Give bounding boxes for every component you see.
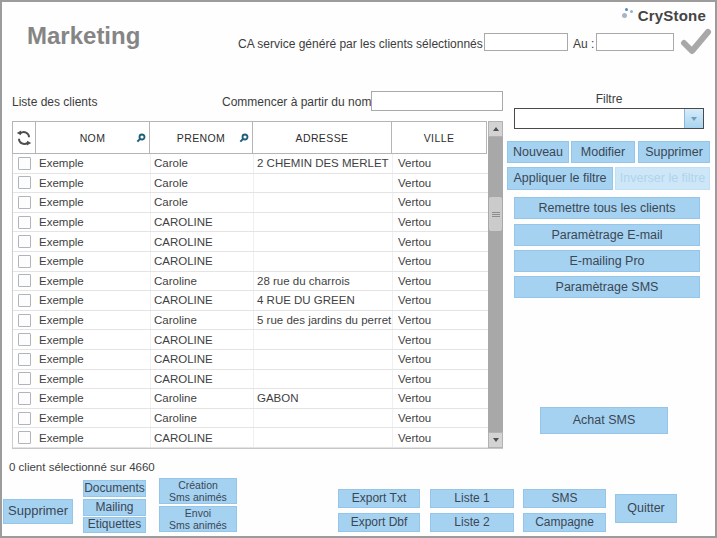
refresh-header-cell[interactable] [12,121,36,154]
parametrage-sms-button[interactable]: Paramètrage SMS [514,276,700,298]
export-dbf-button[interactable]: Export Dbf [338,513,420,532]
filter-combobox[interactable] [514,108,704,129]
refresh-icon[interactable] [15,129,33,147]
scroll-down-button[interactable] [488,432,503,448]
row-checkbox[interactable] [18,372,31,385]
cell-ville: Vertou [393,350,488,369]
cell-ville: Vertou [393,428,488,447]
sms-button[interactable]: SMS [523,489,606,508]
table-row[interactable]: Exemple CAROLINE Vertou [13,428,488,448]
row-checkbox[interactable] [18,216,31,229]
remettre-tous-les-clients-button[interactable]: Remettre tous les clients [514,197,700,219]
scrollbar-thumb[interactable] [489,197,502,231]
liste-1-button[interactable]: Liste 1 [430,489,514,508]
row-checkbox-cell [13,252,37,271]
mailing-button[interactable]: Mailing [83,499,146,516]
table-row[interactable]: Exemple Carole Vertou [13,193,488,213]
table-row[interactable]: Exemple CAROLINE Vertou [13,232,488,252]
emailing-pro-button[interactable]: E-mailing Pro [514,250,700,272]
table-row[interactable]: Exemple Carole 2 CHEMIN DES MERLET Verto… [13,154,488,174]
modifier-button[interactable]: Modifier [571,141,635,163]
table-row[interactable]: Exemple Caroline GABON Vertou [13,389,488,409]
checkmark-icon[interactable] [680,28,712,56]
cell-prenom: Caroline [151,311,254,330]
row-checkbox[interactable] [18,196,31,209]
cell-adresse [254,252,393,271]
row-checkbox[interactable] [18,274,31,287]
row-checkbox[interactable] [18,255,31,268]
inverser-le-filtre-button[interactable]: Inverser le filtre [615,167,710,190]
column-header-ville[interactable]: VILLE [392,121,487,154]
search-icon[interactable] [239,133,249,143]
parametrage-email-button[interactable]: Paramètrage E-mail [514,224,700,246]
documents-button[interactable]: Documents [83,480,146,497]
table-row[interactable]: Exemple Carole Vertou [13,174,488,194]
cell-ville: Vertou [393,154,488,173]
scroll-up-button[interactable] [488,121,503,137]
table-row[interactable]: Exemple CAROLINE Vertou [13,330,488,350]
column-header-adresse[interactable]: ADRESSE [253,121,392,154]
nouveau-button[interactable]: Nouveau [507,141,569,163]
envoi-sms-line1: Envoi [185,507,211,519]
column-header-adresse-label: ADRESSE [296,132,349,144]
row-checkbox[interactable] [18,314,31,327]
row-checkbox[interactable] [18,392,31,405]
scrollbar-track[interactable] [488,137,503,432]
row-checkbox-cell [13,272,37,291]
cell-ville: Vertou [393,174,488,193]
creation-sms-animes-button[interactable]: Création Sms animés [159,478,237,504]
row-checkbox[interactable] [18,333,31,346]
cell-prenom: CAROLINE [151,252,254,271]
row-checkbox[interactable] [18,157,31,170]
achat-sms-button[interactable]: Achat SMS [540,407,668,434]
search-icon[interactable] [136,133,146,143]
cell-adresse [254,428,393,447]
table-scrollbar[interactable] [488,121,503,448]
supprimer-filtre-button[interactable]: Supprimer [638,141,710,163]
start-from-input[interactable] [371,91,503,111]
supprimer-button[interactable]: Supprimer [3,499,73,524]
chevron-down-icon[interactable] [684,109,703,128]
creation-sms-line2: Sms animés [169,491,227,503]
envoi-sms-animes-button[interactable]: Envoi Sms animés [159,506,237,532]
table-row[interactable]: Exemple CAROLINE Vertou [13,213,488,233]
ca-from-input[interactable] [484,33,568,51]
cell-prenom: CAROLINE [151,370,254,389]
etiquettes-button[interactable]: Etiquettes [83,517,146,533]
cell-prenom: CAROLINE [151,350,254,369]
row-checkbox-cell [13,154,37,173]
row-checkbox[interactable] [18,353,31,366]
table-row[interactable]: Exemple CAROLINE Vertou [13,350,488,370]
row-checkbox[interactable] [18,176,31,189]
row-checkbox[interactable] [18,294,31,307]
clients-table: NOM PRENOM ADRESSE VILLE [12,121,503,449]
row-checkbox-cell [13,428,37,447]
cell-ville: Vertou [393,370,488,389]
cell-nom: Exemple [37,428,151,447]
table-row[interactable]: Exemple Caroline Vertou [13,409,488,429]
table-row[interactable]: Exemple CAROLINE Vertou [13,370,488,390]
table-row[interactable]: Exemple Caroline 28 rue du charrois Vert… [13,272,488,292]
row-checkbox-cell [13,409,37,428]
campagne-button[interactable]: Campagne [523,513,606,532]
table-row[interactable]: Exemple CAROLINE 4 RUE DU GREEN Vertou [13,291,488,311]
row-checkbox[interactable] [18,235,31,248]
column-header-prenom[interactable]: PRENOM [150,121,253,154]
ca-to-input[interactable] [596,33,674,51]
appliquer-le-filtre-button[interactable]: Appliquer le filtre [507,167,613,190]
cell-adresse [254,350,393,369]
export-txt-button[interactable]: Export Txt [338,489,420,508]
row-checkbox[interactable] [18,431,31,444]
column-header-nom[interactable]: NOM [36,121,150,154]
cell-prenom: CAROLINE [151,213,254,232]
liste-2-button[interactable]: Liste 2 [430,513,514,532]
table-row[interactable]: Exemple Caroline 5 rue des jardins du pe… [13,311,488,331]
cell-nom: Exemple [37,311,151,330]
cell-prenom: Caroline [151,409,254,428]
row-checkbox[interactable] [18,412,31,425]
quitter-button[interactable]: Quitter [615,494,677,523]
table-row[interactable]: Exemple CAROLINE Vertou [13,252,488,272]
cell-prenom: Carole [151,154,254,173]
cell-prenom: Caroline [151,272,254,291]
cell-prenom: CAROLINE [151,291,254,310]
